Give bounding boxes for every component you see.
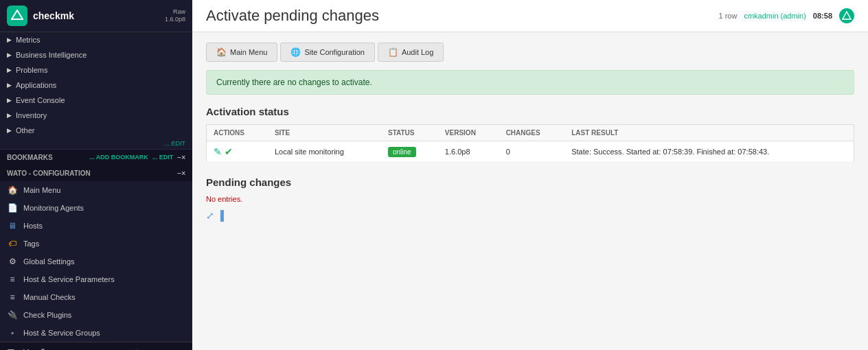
col-site: SITE xyxy=(268,125,381,141)
nav-edit-link[interactable]: ... EDIT xyxy=(0,138,192,149)
sidebar: checkmk Raw1.6.0p8 ▶ Metrics ▶ Business … xyxy=(0,0,192,350)
wato-actions: −× xyxy=(177,170,185,177)
wato-item-manual-checks[interactable]: ≡ Manual Checks xyxy=(0,288,192,306)
table-header-row: ACTIONS SITE STATUS VERSION CHANGES LAST… xyxy=(207,125,854,141)
wato-item-check-plugins[interactable]: 🔌 Check Plugins xyxy=(0,306,192,324)
bookmarks-edit-link[interactable]: ... EDIT xyxy=(152,154,174,161)
wato-item-hosts[interactable]: 🖥 Hosts xyxy=(0,217,192,235)
home-icon: 🏠 xyxy=(7,185,18,196)
main-body: 🏠 Main Menu 🌐 Site Configuration 📋 Audit… xyxy=(192,32,868,350)
no-entries-text: No entries. xyxy=(206,195,854,203)
check-icon[interactable]: ✔ xyxy=(225,146,233,157)
app-name: checkmk xyxy=(33,10,74,21)
col-version: VERSION xyxy=(438,125,499,141)
nav-label: Applications xyxy=(16,81,56,89)
bookmarks-actions: ... ADD BOOKMARK ... EDIT −× xyxy=(89,154,185,161)
plugin-icon: 🔌 xyxy=(7,310,18,320)
row-count: 1 row xyxy=(718,12,737,20)
main-content: Activate pending changes 1 row cmkadmin … xyxy=(192,0,868,350)
sidebar-bottom: ⊡ ✕ ↺ © TRIBE29 GMBH xyxy=(0,342,192,350)
nav-item-inventory[interactable]: ▶ Inventory xyxy=(0,108,192,123)
col-last-result: LAST RESULT xyxy=(564,125,854,141)
nav-item-other[interactable]: ▶ Other xyxy=(0,123,192,138)
header-logo-icon xyxy=(839,8,854,23)
chevron-right-icon: ▶ xyxy=(7,67,12,73)
wato-item-host-service-groups[interactable]: ▪ Host & Service Groups xyxy=(0,324,192,342)
chevron-right-icon: ▶ xyxy=(7,51,12,58)
toolbar: 🏠 Main Menu 🌐 Site Configuration 📋 Audit… xyxy=(206,43,854,62)
tag-icon: 🏷 xyxy=(7,238,18,249)
group-icon: ▪ xyxy=(7,327,18,338)
host-icon: 🖥 xyxy=(7,220,18,231)
bookmarks-close-btn[interactable]: −× xyxy=(177,154,185,161)
wato-item-label: Check Plugins xyxy=(23,311,71,319)
row-changes: 0 xyxy=(499,141,565,163)
gear-icon: ⚙ xyxy=(7,256,18,267)
nav-item-applications[interactable]: ▶ Applications xyxy=(0,78,192,93)
checklist-icon: ≡ xyxy=(7,292,18,303)
nav-label: Metrics xyxy=(16,36,40,44)
row-site: Local site monitoring xyxy=(268,141,381,163)
site-config-btn-label: Site Configuration xyxy=(304,48,364,56)
site-config-btn[interactable]: 🌐 Site Configuration xyxy=(280,43,374,62)
wato-item-label: Host & Service Groups xyxy=(23,329,100,337)
wato-header: WATO - CONFIGURATION −× xyxy=(0,165,192,181)
alert-box: Currently there are no changes to activa… xyxy=(206,70,854,95)
clipboard-icon: 📋 xyxy=(388,47,398,57)
refresh-icon[interactable]: ↺ xyxy=(37,347,45,350)
main-header: Activate pending changes 1 row cmkadmin … xyxy=(192,0,868,32)
nav-label: Inventory xyxy=(16,111,47,119)
wato-item-label: Manual Checks xyxy=(23,293,76,301)
pending-changes-title: Pending changes xyxy=(206,176,854,188)
wato-item-host-service-params[interactable]: ≡ Host & Service Parameters xyxy=(0,270,192,288)
chevron-right-icon: ▶ xyxy=(7,112,12,119)
wato-title: WATO - CONFIGURATION xyxy=(7,170,91,177)
nav-label: Other xyxy=(16,126,35,135)
wato-item-monitoring-agents[interactable]: 📄 Monitoring Agents xyxy=(0,199,192,217)
add-bookmark-link[interactable]: ... ADD BOOKMARK xyxy=(89,154,148,161)
wato-item-tags[interactable]: 🏷 Tags xyxy=(0,235,192,253)
wato-item-label: Host & Service Parameters xyxy=(23,275,115,283)
row-version: 1.6.0p8 xyxy=(438,141,499,163)
wato-item-label: Monitoring Agents xyxy=(23,204,84,212)
chevron-right-icon: ▶ xyxy=(7,82,12,89)
nav-item-problems[interactable]: ▶ Problems xyxy=(0,62,192,78)
home-icon: 🏠 xyxy=(216,47,227,57)
alert-message: Currently there are no changes to activa… xyxy=(216,78,372,87)
nav-item-event-console[interactable]: ▶ Event Console xyxy=(0,93,192,108)
user-link[interactable]: cmkadmin (admin) xyxy=(744,12,806,20)
checkmk-logo-icon xyxy=(7,5,27,26)
bottom-icons: ⊡ ✕ ↺ xyxy=(7,347,45,350)
row-actions: ✎ ✔ xyxy=(207,141,268,163)
wato-item-label: Global Settings xyxy=(23,257,75,266)
nav-item-metrics[interactable]: ▶ Metrics xyxy=(0,32,192,47)
main-menu-btn-label: Main Menu xyxy=(230,48,267,56)
globe-icon: 🌐 xyxy=(290,47,301,57)
wato-close-btn[interactable]: −× xyxy=(177,170,185,177)
wato-item-label: Main Menu xyxy=(23,186,60,194)
edit-icon[interactable]: ✎ xyxy=(214,146,222,157)
app-version: Raw1.6.0p8 xyxy=(165,8,185,23)
minimize-icon[interactable]: ⊡ xyxy=(7,347,15,350)
row-status: online xyxy=(381,141,438,163)
svg-marker-0 xyxy=(12,10,23,19)
nav-section: ▶ Metrics ▶ Business Intelligence ▶ Prob… xyxy=(0,32,192,150)
col-actions: ACTIONS xyxy=(207,125,268,141)
activation-status-table: ACTIONS SITE STATUS VERSION CHANGES LAST… xyxy=(206,124,854,163)
header-right: 1 row cmkadmin (admin) 08:58 xyxy=(718,8,854,23)
expand-icon[interactable]: ⤢ ▐ xyxy=(206,210,224,221)
svg-marker-1 xyxy=(843,12,851,19)
wato-item-global-settings[interactable]: ⚙ Global Settings xyxy=(0,253,192,270)
nav-label: Event Console xyxy=(16,96,65,104)
col-status: STATUS xyxy=(381,125,438,141)
nav-item-bi[interactable]: ▶ Business Intelligence xyxy=(0,47,192,62)
main-menu-btn[interactable]: 🏠 Main Menu xyxy=(206,43,277,62)
activation-status-title: Activation status xyxy=(206,106,854,117)
close-icon[interactable]: ✕ xyxy=(22,347,30,350)
wato-item-label: Tags xyxy=(23,240,39,248)
page-title: Activate pending changes xyxy=(206,7,379,25)
list-icon: ≡ xyxy=(7,274,18,285)
audit-log-btn[interactable]: 📋 Audit Log xyxy=(378,43,444,62)
audit-log-btn-label: Audit Log xyxy=(402,48,433,56)
wato-item-main-menu[interactable]: 🏠 Main Menu xyxy=(0,181,192,199)
